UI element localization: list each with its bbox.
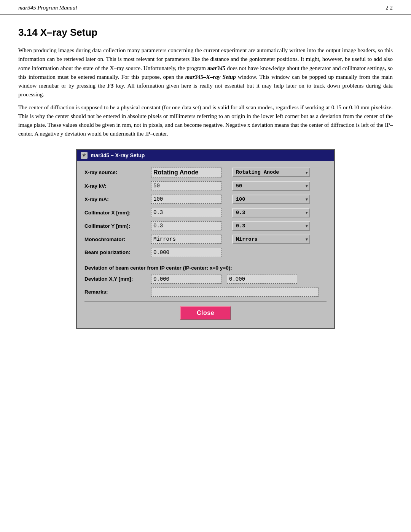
xray-kv-label: X-ray kV: <box>84 183 151 189</box>
remarks-input[interactable] <box>151 288 319 297</box>
deviation-description-label: Deviation of beam center from IP center … <box>84 265 327 271</box>
collimator-x-input[interactable] <box>151 208 221 217</box>
xray-ma-dropdown-wrapper: 100 ▼ <box>227 195 310 204</box>
key-f3: F3 <box>107 83 114 89</box>
xray-source-row: X-ray source: Rotating Anode ▼ <box>84 168 327 177</box>
xray-ma-label: X-ray mA: <box>84 197 151 202</box>
deviation-y-input[interactable] <box>227 275 297 284</box>
remarks-label: Remarks: <box>84 289 151 295</box>
dialog-footer: Close <box>84 306 327 323</box>
deviation-x-input[interactable] <box>151 275 221 284</box>
collimator-y-dropdown[interactable]: 0.3 <box>232 221 310 231</box>
document-title: mar345 Program Manual <box>18 5 77 11</box>
xray-ma-row: X-ray mA: 100 ▼ <box>84 195 327 204</box>
main-content: 3.14 X–ray Setup When producing images d… <box>0 14 411 347</box>
section-heading: 3.14 X–ray Setup <box>18 27 393 38</box>
dialog-box: ☆ mar345 – X-ray Setup X-ray source: Rot… <box>76 149 335 329</box>
collimator-x-dropdown-wrapper: 0.3 ▼ <box>227 208 310 217</box>
deviation-xy-label: Deviation X,Y [mm]: <box>84 276 151 282</box>
beam-polarization-row: Beam polarization: <box>84 248 327 257</box>
xray-source-dropdown-wrapper: Rotating Anode ▼ <box>227 168 310 177</box>
separator-2 <box>84 301 327 302</box>
dialog-body: X-ray source: Rotating Anode ▼ X-ray kV: <box>77 161 334 328</box>
monochromator-dropdown-wrapper: Mirrors ▼ <box>227 235 310 244</box>
close-button[interactable]: Close <box>180 306 231 320</box>
collimator-y-dropdown-wrapper: 0.3 ▼ <box>227 221 310 231</box>
xray-kv-row: X-ray kV: 50 ▼ <box>84 181 327 191</box>
page-number: 2 2 <box>386 5 393 11</box>
window-name: mar345–X–ray Setup <box>185 74 236 80</box>
collimator-y-input[interactable] <box>151 221 221 230</box>
collimator-y-row: Collimator Y [mm]: 0.3 ▼ <box>84 221 327 231</box>
monochromator-label: Monochromator: <box>84 236 151 242</box>
remarks-row: Remarks: <box>84 288 327 297</box>
collimator-x-label: Collimator X [mm]: <box>84 210 151 216</box>
xray-kv-dropdown-wrapper: 50 ▼ <box>227 181 310 191</box>
beam-polarization-input[interactable] <box>151 248 221 257</box>
monochromator-input[interactable] <box>151 235 221 244</box>
xray-source-dropdown[interactable]: Rotating Anode <box>232 168 310 177</box>
deviation-xy-row: Deviation X,Y [mm]: <box>84 275 327 284</box>
collimator-y-label: Collimator Y [mm]: <box>84 223 151 229</box>
dialog-title: mar345 – X-ray Setup <box>91 152 145 158</box>
dialog-icon-symbol: ☆ <box>82 153 86 158</box>
dialog-wrapper: ☆ mar345 – X-ray Setup X-ray source: Rot… <box>18 149 393 329</box>
paragraph-2: The center of diffraction is supposed to… <box>18 103 393 139</box>
dialog-icon: ☆ <box>81 152 88 159</box>
paragraph-1: When producing images during data collec… <box>18 46 393 99</box>
collimator-x-row: Collimator X [mm]: 0.3 ▼ <box>84 208 327 217</box>
monochromator-row: Monochromator: Mirrors ▼ <box>84 235 327 244</box>
xray-kv-dropdown[interactable]: 50 <box>232 181 310 191</box>
xray-ma-dropdown[interactable]: 100 <box>232 195 310 204</box>
xray-kv-input[interactable] <box>151 181 221 190</box>
beam-polarization-label: Beam polarization: <box>84 249 151 255</box>
xray-source-input[interactable] <box>151 168 221 177</box>
xray-source-label: X-ray source: <box>84 169 151 175</box>
xray-ma-input[interactable] <box>151 195 221 204</box>
separator-1 <box>84 261 327 261</box>
dialog-titlebar: ☆ mar345 – X-ray Setup <box>77 150 334 161</box>
page-header: mar345 Program Manual 2 2 <box>0 0 411 14</box>
monochromator-dropdown[interactable]: Mirrors <box>232 235 310 244</box>
page-container: mar345 Program Manual 2 2 3.14 X–ray Set… <box>0 0 411 532</box>
collimator-x-dropdown[interactable]: 0.3 <box>232 208 310 217</box>
program-name-1: mar345 <box>207 65 226 71</box>
